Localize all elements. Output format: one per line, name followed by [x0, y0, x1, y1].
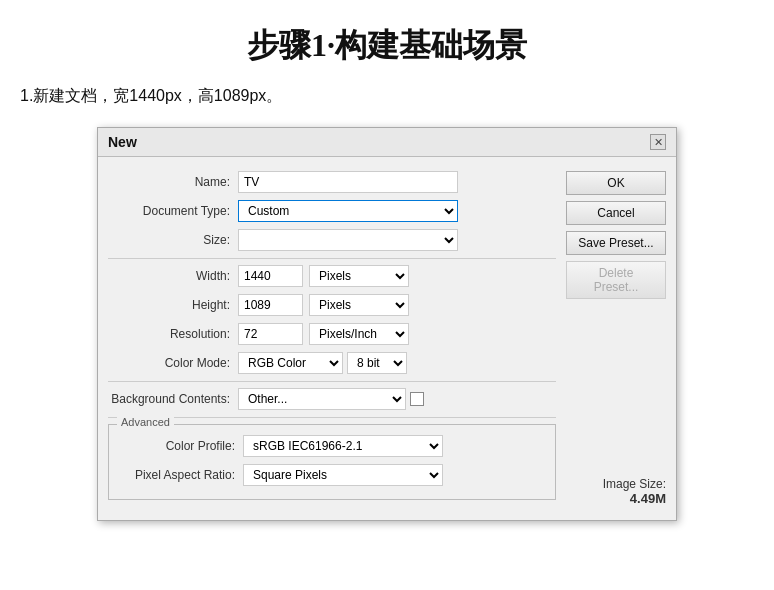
divider-3 — [108, 417, 556, 418]
size-label: Size: — [108, 233, 238, 247]
size-select[interactable] — [238, 229, 458, 251]
width-label: Width: — [108, 269, 238, 283]
dialog-body: Name: Document Type: Custom Size: — [98, 157, 676, 520]
cancel-button[interactable]: Cancel — [566, 201, 666, 225]
resolution-row: Resolution: Pixels/Inch — [108, 323, 556, 345]
resolution-label: Resolution: — [108, 327, 238, 341]
color-mode-select[interactable]: RGB Color — [238, 352, 343, 374]
color-profile-select[interactable]: sRGB IEC61966-2.1 — [243, 435, 443, 457]
close-button[interactable]: ✕ — [650, 134, 666, 150]
dialog-form: Name: Document Type: Custom Size: — [108, 171, 556, 506]
color-mode-label: Color Mode: — [108, 356, 238, 370]
image-size-value: 4.49M — [566, 491, 666, 506]
width-row: Width: Pixels — [108, 265, 556, 287]
new-document-dialog: New ✕ Name: Document Type: Custom — [97, 127, 677, 521]
background-label: Background Contents: — [108, 392, 238, 406]
dialog-title: New — [108, 134, 137, 150]
color-checkbox[interactable] — [410, 392, 424, 406]
page-title: 步骤1·构建基础场景 — [0, 0, 774, 86]
height-input[interactable] — [238, 294, 303, 316]
height-row: Height: Pixels — [108, 294, 556, 316]
pixel-aspect-row: Pixel Aspect Ratio: Square Pixels — [113, 464, 551, 486]
document-type-label: Document Type: — [108, 204, 238, 218]
advanced-label: Advanced — [117, 416, 174, 428]
save-preset-button[interactable]: Save Preset... — [566, 231, 666, 255]
color-profile-row: Color Profile: sRGB IEC61966-2.1 — [113, 435, 551, 457]
ok-button[interactable]: OK — [566, 171, 666, 195]
name-label: Name: — [108, 175, 238, 189]
document-type-row: Document Type: Custom — [108, 200, 556, 222]
width-input[interactable] — [238, 265, 303, 287]
divider-2 — [108, 381, 556, 382]
bit-depth-select[interactable]: 8 bit — [347, 352, 407, 374]
background-select[interactable]: Other... — [238, 388, 406, 410]
delete-preset-button: Delete Preset... — [566, 261, 666, 299]
resolution-unit-select[interactable]: Pixels/Inch — [309, 323, 409, 345]
name-row: Name: — [108, 171, 556, 193]
dialog-titlebar: New ✕ — [98, 128, 676, 157]
height-label: Height: — [108, 298, 238, 312]
color-profile-label: Color Profile: — [113, 439, 243, 453]
height-unit-select[interactable]: Pixels — [309, 294, 409, 316]
size-row: Size: — [108, 229, 556, 251]
divider-1 — [108, 258, 556, 259]
document-type-select[interactable]: Custom — [238, 200, 458, 222]
pixel-aspect-label: Pixel Aspect Ratio: — [113, 468, 243, 482]
dialog-actions: OK Cancel Save Preset... Delete Preset..… — [556, 171, 666, 506]
color-mode-row: Color Mode: RGB Color 8 bit — [108, 352, 556, 374]
image-size-box: Image Size: 4.49M — [566, 467, 666, 506]
description: 1.新建文档，宽1440px，高1089px。 — [0, 86, 774, 127]
dialog-wrapper: New ✕ Name: Document Type: Custom — [0, 127, 774, 521]
resolution-input[interactable] — [238, 323, 303, 345]
advanced-section: Advanced Color Profile: sRGB IEC61966-2.… — [108, 424, 556, 500]
background-row: Background Contents: Other... — [108, 388, 556, 410]
name-input[interactable] — [238, 171, 458, 193]
image-size-label: Image Size: — [566, 477, 666, 491]
width-unit-select[interactable]: Pixels — [309, 265, 409, 287]
pixel-aspect-select[interactable]: Square Pixels — [243, 464, 443, 486]
